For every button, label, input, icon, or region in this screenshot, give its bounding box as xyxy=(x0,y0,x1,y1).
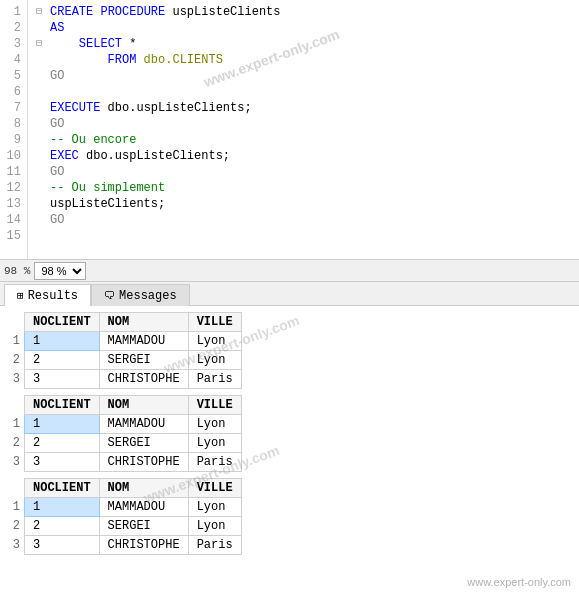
table-cell: 3 xyxy=(25,453,100,472)
row-num-header xyxy=(8,313,25,332)
fold-icon[interactable]: ⊟ xyxy=(36,36,48,52)
row-num-header xyxy=(8,396,25,415)
table-cell: Lyon xyxy=(188,351,241,370)
token: uspListeClients; xyxy=(50,196,165,212)
table-cell: CHRISTOPHE xyxy=(99,536,188,555)
token: uspListeClients xyxy=(165,4,280,20)
code-editor[interactable]: www.expert-only.com 12345678910111213141… xyxy=(0,0,579,260)
table-cell: 1 xyxy=(25,498,100,517)
table-cell: SERGEI xyxy=(99,434,188,453)
table-cell: 1 xyxy=(25,332,100,351)
token: GO xyxy=(50,68,64,84)
token: dbo.uspListeClients; xyxy=(79,148,230,164)
tab-results[interactable]: ⊞ Results xyxy=(4,284,91,306)
fold-icon[interactable]: ⊟ xyxy=(36,4,48,20)
table-cell: SERGEI xyxy=(99,351,188,370)
result-block: NOCLIENTNOMVILLE11MAMMADOULyon22SERGEILy… xyxy=(8,395,571,472)
code-line: ⊟ SELECT * xyxy=(36,36,571,52)
table-cell: MAMMADOU xyxy=(99,498,188,517)
line-number: 6 xyxy=(6,84,21,100)
table-row: 11MAMMADOULyon xyxy=(8,498,241,517)
code-line: GO xyxy=(36,116,571,132)
column-header: NOM xyxy=(99,479,188,498)
table-cell: Paris xyxy=(188,536,241,555)
code-line xyxy=(36,84,571,100)
line-number: 8 xyxy=(6,116,21,132)
table-cell: MAMMADOU xyxy=(99,332,188,351)
code-line: uspListeClients; xyxy=(36,196,571,212)
token: AS xyxy=(50,20,64,36)
row-num-header xyxy=(8,479,25,498)
row-number: 1 xyxy=(8,332,25,351)
code-line: -- Ou encore xyxy=(36,132,571,148)
line-number: 14 xyxy=(6,212,21,228)
row-number: 2 xyxy=(8,434,25,453)
token: -- Ou encore xyxy=(50,132,136,148)
column-header: VILLE xyxy=(188,313,241,332)
token: GO xyxy=(50,116,64,132)
line-number: 10 xyxy=(6,148,21,164)
token: GO xyxy=(50,164,64,180)
table-cell: 3 xyxy=(25,370,100,389)
table-cell: CHRISTOPHE xyxy=(99,453,188,472)
table-cell: 1 xyxy=(25,415,100,434)
token: -- Ou simplement xyxy=(50,180,172,196)
code-line: GO xyxy=(36,68,571,84)
code-line: ⊟ CREATE PROCEDURE uspListeClients xyxy=(36,4,571,20)
token: * xyxy=(122,36,136,52)
line-number: 15 xyxy=(6,228,21,244)
code-content[interactable]: ⊟ CREATE PROCEDURE uspListeClientsAS⊟ SE… xyxy=(28,0,579,259)
table-cell: Lyon xyxy=(188,498,241,517)
token: PROCEDURE xyxy=(100,4,165,20)
table-row: 11MAMMADOULyon xyxy=(8,415,241,434)
tab-messages-label: Messages xyxy=(119,289,177,303)
code-line: EXECUTE dbo.uspListeClients; xyxy=(36,100,571,116)
result-table: NOCLIENTNOMVILLE11MAMMADOULyon22SERGEILy… xyxy=(8,312,242,389)
line-number: 9 xyxy=(6,132,21,148)
tab-results-label: Results xyxy=(28,289,78,303)
code-line xyxy=(36,228,571,244)
table-row: 33CHRISTOPHEParis xyxy=(8,536,241,555)
table-cell: MAMMADOU xyxy=(99,415,188,434)
table-cell: 2 xyxy=(25,351,100,370)
tab-messages[interactable]: 🗨 Messages xyxy=(91,284,190,306)
token: CREATE xyxy=(50,4,100,20)
zoom-label: 98 % xyxy=(4,265,30,277)
line-number: 4 xyxy=(6,52,21,68)
table-cell: Paris xyxy=(188,370,241,389)
code-line: GO xyxy=(36,164,571,180)
code-line: FROM dbo.CLIENTS xyxy=(36,52,571,68)
grid-icon: ⊞ xyxy=(17,289,24,302)
table-row: 22SERGEILyon xyxy=(8,351,241,370)
column-header: NOCLIENT xyxy=(25,396,100,415)
token: dbo.uspListeClients; xyxy=(100,100,251,116)
results-area: www.expert-only.com www.expert-only.com … xyxy=(0,306,579,592)
column-header: VILLE xyxy=(188,396,241,415)
token: EXEC xyxy=(50,148,79,164)
row-number: 3 xyxy=(8,453,25,472)
tabs-bar: ⊞ Results 🗨 Messages xyxy=(0,282,579,306)
zoom-bar: 98 % 98 % xyxy=(0,260,579,282)
column-header: NOCLIENT xyxy=(25,313,100,332)
table-cell: 2 xyxy=(25,434,100,453)
row-number: 3 xyxy=(8,370,25,389)
table-cell: Lyon xyxy=(188,517,241,536)
table-cell: CHRISTOPHE xyxy=(99,370,188,389)
table-row: 22SERGEILyon xyxy=(8,434,241,453)
row-number: 2 xyxy=(8,351,25,370)
line-number: 5 xyxy=(6,68,21,84)
row-number: 3 xyxy=(8,536,25,555)
result-block: NOCLIENTNOMVILLE11MAMMADOULyon22SERGEILy… xyxy=(8,312,571,389)
row-number: 1 xyxy=(8,498,25,517)
column-header: NOM xyxy=(99,396,188,415)
column-header: VILLE xyxy=(188,479,241,498)
token: FROM xyxy=(50,52,136,68)
msg-icon: 🗨 xyxy=(104,289,115,302)
bottom-watermark: www.expert-only.com xyxy=(467,576,571,588)
table-row: 11MAMMADOULyon xyxy=(8,332,241,351)
token: SELECT xyxy=(50,36,122,52)
zoom-select[interactable]: 98 % xyxy=(34,262,86,280)
result-table: NOCLIENTNOMVILLE11MAMMADOULyon22SERGEILy… xyxy=(8,478,242,555)
line-number: 3 xyxy=(6,36,21,52)
table-row: 33CHRISTOPHEParis xyxy=(8,370,241,389)
